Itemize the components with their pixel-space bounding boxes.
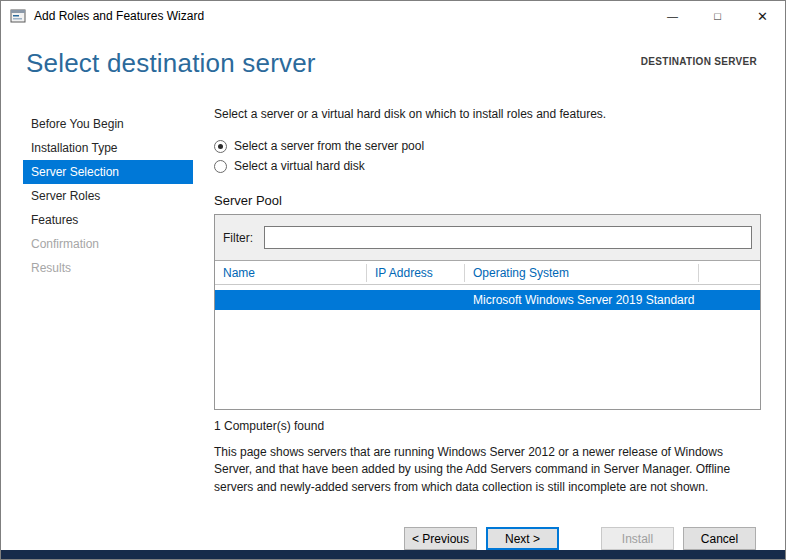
filter-label: Filter: [223, 231, 264, 245]
nav-item-installation-type[interactable]: Installation Type [23, 136, 193, 160]
nav-item-before-you-begin[interactable]: Before You Begin [23, 112, 193, 136]
intro-text: Select a server or a virtual hard disk o… [214, 107, 761, 121]
close-button[interactable]: ✕ [740, 1, 785, 31]
radio-option-virtual-hard-disk[interactable]: Select a virtual hard disk [214, 156, 761, 176]
window-controls: — □ ✕ [650, 1, 785, 31]
radio-option-server-pool[interactable]: Select a server from the server pool [214, 136, 761, 156]
filter-area: Filter: [215, 215, 760, 261]
maximize-button[interactable]: □ [695, 1, 740, 31]
radio-label-virtual-hard-disk: Select a virtual hard disk [234, 159, 365, 173]
nav-item-features[interactable]: Features [23, 208, 193, 232]
computers-found-count: 1 Computer(s) found [214, 419, 761, 433]
wizard-app-icon[interactable] [10, 8, 26, 24]
page-title: Select destination server [26, 48, 316, 79]
page-description: This page shows servers that are running… [214, 444, 761, 496]
destination-options: Select a server from the server pool Sel… [214, 136, 761, 176]
main-content: Select a server or a virtual hard disk o… [214, 107, 761, 496]
nav-item-results: Results [23, 256, 193, 280]
server-pool-title: Server Pool [214, 193, 761, 208]
nav-item-confirmation: Confirmation [23, 232, 193, 256]
cancel-button[interactable]: Cancel [683, 527, 756, 550]
nav-item-server-selection[interactable]: Server Selection [23, 160, 193, 184]
column-header-ip-address[interactable]: IP Address [367, 264, 465, 282]
title-bar: Add Roles and Features Wizard — □ ✕ [1, 1, 785, 31]
radio-button-virtual-hard-disk[interactable] [214, 160, 227, 173]
wizard-steps-nav: Before You Begin Installation Type Serve… [23, 112, 193, 280]
server-row-os: Microsoft Windows Server 2019 Standard [465, 293, 699, 307]
server-row[interactable]: Microsoft Windows Server 2019 Standard [215, 290, 760, 310]
bottom-accent-bar [1, 550, 785, 559]
radio-button-server-pool[interactable] [214, 140, 227, 153]
column-header-name[interactable]: Name [215, 264, 367, 282]
previous-button[interactable]: < Previous [404, 527, 477, 550]
server-pool-box: Filter: Name IP Address Operating System… [214, 214, 761, 410]
radio-label-server-pool: Select a server from the server pool [234, 139, 424, 153]
table-header-row: Name IP Address Operating System [215, 261, 760, 285]
destination-server-badge: DESTINATION SERVER [641, 56, 757, 67]
nav-item-server-roles[interactable]: Server Roles [23, 184, 193, 208]
next-button[interactable]: Next > [486, 527, 559, 550]
window-title: Add Roles and Features Wizard [34, 9, 204, 23]
minimize-button[interactable]: — [650, 1, 695, 31]
install-button: Install [601, 527, 674, 550]
wizard-footer: < Previous Next > Install Cancel [404, 527, 756, 550]
filter-input[interactable] [264, 226, 752, 249]
column-header-spacer [699, 264, 760, 282]
server-pool-table: Name IP Address Operating System Microso… [215, 261, 760, 409]
wizard-window: Add Roles and Features Wizard — □ ✕ Sele… [0, 0, 786, 560]
column-header-operating-system[interactable]: Operating System [465, 264, 699, 282]
table-body: Microsoft Windows Server 2019 Standard [215, 285, 760, 409]
